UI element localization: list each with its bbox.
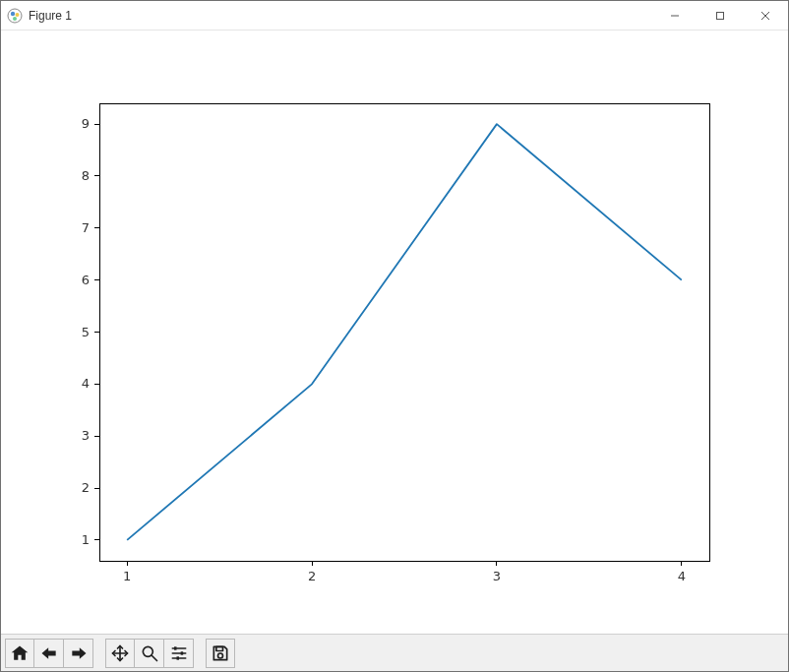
y-tick-label: 9 <box>82 116 90 131</box>
save-button[interactable] <box>206 639 235 668</box>
maximize-button[interactable] <box>698 1 743 31</box>
pan-button[interactable] <box>105 639 135 668</box>
home-button[interactable] <box>5 639 34 668</box>
chart: 1234123456789 <box>1 31 788 634</box>
x-tick: 1 <box>123 561 131 583</box>
svg-point-3 <box>13 17 17 21</box>
y-tick-label: 5 <box>82 325 90 339</box>
x-tick-label: 2 <box>308 569 316 583</box>
y-tick: 1 <box>82 532 99 547</box>
svg-point-1 <box>11 11 15 15</box>
x-tick-label: 4 <box>678 569 686 583</box>
svg-rect-28 <box>174 646 177 649</box>
configure-button[interactable] <box>164 639 194 668</box>
y-tick: 2 <box>82 480 99 495</box>
y-tick-label: 1 <box>82 532 90 547</box>
x-tick: 2 <box>308 561 316 583</box>
figure-canvas[interactable]: 1234123456789 <box>1 31 788 634</box>
tool-group-view <box>105 639 194 668</box>
forward-button[interactable] <box>64 639 93 668</box>
svg-rect-31 <box>216 646 223 650</box>
x-tick: 4 <box>678 561 686 583</box>
titlebar-left: Figure 1 <box>7 8 72 24</box>
svg-point-2 <box>16 13 20 17</box>
y-tick: 4 <box>82 376 99 391</box>
zoom-button[interactable] <box>135 639 164 668</box>
minimize-button[interactable] <box>652 1 698 31</box>
y-tick: 9 <box>82 116 99 131</box>
svg-rect-5 <box>717 13 724 20</box>
x-tick: 3 <box>493 561 501 583</box>
y-tick-label: 7 <box>82 220 90 235</box>
y-tick-label: 6 <box>82 273 90 287</box>
y-tick: 7 <box>82 220 99 235</box>
tool-group-io <box>206 639 235 668</box>
window-controls <box>652 1 788 30</box>
svg-point-32 <box>218 653 223 658</box>
x-tick-label: 3 <box>493 569 501 583</box>
svg-rect-30 <box>176 656 179 659</box>
y-tick: 3 <box>82 428 99 443</box>
svg-rect-29 <box>180 651 183 654</box>
y-tick: 8 <box>82 168 99 183</box>
y-tick-label: 3 <box>82 428 90 443</box>
close-button[interactable] <box>743 1 788 31</box>
y-tick-label: 2 <box>82 480 90 495</box>
y-tick-label: 8 <box>82 168 90 183</box>
app-window: Figure 1 1234123456789 <box>0 0 789 672</box>
app-icon <box>7 8 23 24</box>
svg-point-23 <box>143 646 152 656</box>
y-tick: 5 <box>82 325 99 339</box>
y-tick-label: 4 <box>82 376 90 391</box>
y-tick: 6 <box>82 273 99 287</box>
series-line <box>127 124 682 540</box>
nav-toolbar <box>1 634 788 671</box>
back-button[interactable] <box>34 639 64 668</box>
titlebar: Figure 1 <box>1 1 788 31</box>
window-title: Figure 1 <box>29 9 72 23</box>
axes-frame <box>99 103 709 561</box>
tool-group-nav <box>5 639 93 668</box>
x-tick-label: 1 <box>123 569 131 583</box>
svg-line-24 <box>152 655 156 660</box>
